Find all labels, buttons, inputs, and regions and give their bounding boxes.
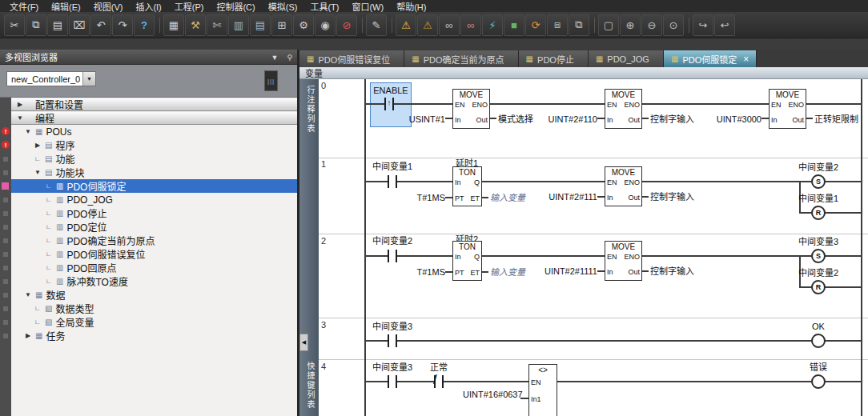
- menu-item[interactable]: 工具(T): [303, 0, 345, 13]
- tree-expander-icon[interactable]: ∟: [34, 318, 42, 326]
- block-input-value[interactable]: UINT#3000: [707, 114, 762, 124]
- block-output-label[interactable]: 正转矩限制: [814, 114, 858, 124]
- editor-tab[interactable]: ▦ PDO停止: [519, 50, 589, 67]
- contact[interactable]: [396, 375, 397, 388]
- block-input-value[interactable]: UINT#2#110: [543, 114, 597, 124]
- check-all-icon[interactable]: ⚠: [417, 14, 438, 36]
- tree-expander-icon[interactable]: ▼: [16, 114, 24, 122]
- contact[interactable]: [396, 250, 397, 262]
- output-coil[interactable]: [811, 334, 826, 348]
- move-block[interactable]: MOVE EN ENO In Out: [452, 89, 490, 129]
- block-output-label[interactable]: 控制字输入: [650, 114, 694, 124]
- block-output-label[interactable]: 控制字输入: [650, 192, 694, 202]
- dropdown-arrow-icon[interactable]: ▼: [82, 72, 95, 86]
- move-block[interactable]: MOVE EN ENO In Out: [769, 89, 806, 129]
- block-output-variable[interactable]: 输入变量: [490, 193, 525, 202]
- tree-expander-icon[interactable]: ▼: [34, 169, 42, 176]
- contact[interactable]: [396, 334, 397, 347]
- jump-forward-icon[interactable]: ↪: [693, 14, 713, 36]
- timer-block[interactable]: TON In Q PT ET: [452, 241, 482, 281]
- set-coil[interactable]: S: [811, 174, 826, 189]
- tree-section-programming[interactable]: ▼ 编程: [0, 111, 297, 125]
- window-menu-icon[interactable]: ▼: [271, 54, 278, 62]
- edit-mode-icon[interactable]: ✎: [366, 14, 387, 36]
- contact[interactable]: [388, 375, 389, 388]
- editor-tab[interactable]: ▦ PDO_JOG: [589, 50, 664, 67]
- move-block[interactable]: MOVE EN ENO In Out: [605, 241, 642, 281]
- move-block[interactable]: MOVE EN ENO In Out: [605, 166, 642, 206]
- cascade-layout-icon[interactable]: ⧉: [569, 14, 589, 36]
- editor-tab[interactable]: ▦ PDO伺服锁定 ×: [664, 50, 757, 67]
- tree-item-pdo-position[interactable]: ∟ ▥ PDO定位: [0, 220, 297, 234]
- tree-expander-icon[interactable]: ∟: [45, 196, 53, 203]
- editor-tab[interactable]: ▦ PDO确定当前为原点: [404, 50, 518, 67]
- compare-icon[interactable]: ∞: [460, 14, 481, 36]
- check-program-icon[interactable]: ⚠: [396, 14, 416, 36]
- tree-item-pdo-home[interactable]: ∟ ▥ PDO回原点: [0, 261, 297, 274]
- tree-item-pous[interactable]: ▼ ▦ POUs: [0, 125, 297, 138]
- contact[interactable]: [396, 175, 397, 188]
- search-icon[interactable]: ◉: [315, 14, 336, 36]
- menu-item[interactable]: 帮助(H): [390, 0, 432, 13]
- tree-item-tasks[interactable]: ▶ ▦ 任务: [0, 329, 297, 342]
- tab-close-icon[interactable]: ×: [743, 55, 749, 63]
- synchronize-icon[interactable]: ∞: [439, 14, 460, 36]
- tree-item-global-variables[interactable]: ∟ ▧ 全局变量: [0, 315, 297, 329]
- tree-item-data[interactable]: ▼ ▦ 数据: [0, 288, 297, 302]
- reset-coil[interactable]: R: [811, 280, 826, 294]
- menu-item[interactable]: 窗口(W): [345, 0, 390, 13]
- tree-expander-icon[interactable]: ∟: [45, 182, 53, 190]
- collapse-arrow-icon[interactable]: ◀: [299, 334, 308, 351]
- online-icon[interactable]: ⚡: [482, 14, 503, 36]
- zoom-out-icon[interactable]: ⊖: [641, 14, 662, 36]
- tree-item-data-types[interactable]: ∟ ▧ 数据类型: [0, 302, 297, 315]
- block-input-value[interactable]: UINT#2#111: [543, 192, 597, 202]
- redo-icon[interactable]: ↷: [112, 14, 133, 36]
- editor-tab[interactable]: ▦ PDO伺服错误复位: [299, 50, 404, 67]
- tree-item-pdo-set-origin[interactable]: ∟ ▥ PDO确定当前为原点: [0, 234, 297, 247]
- variables-bar[interactable]: 变量: [299, 67, 868, 79]
- controller-dropdown[interactable]: new_Controller_0 ▼: [6, 71, 96, 86]
- block-output-variable[interactable]: 输入变量: [490, 267, 525, 277]
- tree-item-pdo-error-reset[interactable]: ∟ ▥ PDO伺服错误复位: [0, 247, 297, 261]
- block-input-value[interactable]: USINT#1: [399, 114, 445, 124]
- block-input-value[interactable]: T#1MS: [399, 193, 445, 202]
- tree-item-programs[interactable]: ▶ ▤ 程序: [0, 138, 297, 152]
- tree-expander-icon[interactable]: ▶: [16, 101, 24, 108]
- menu-item[interactable]: 编辑(E): [45, 0, 87, 13]
- copy-icon[interactable]: ⧉: [26, 14, 46, 36]
- settings-icon[interactable]: ⚙: [293, 14, 314, 36]
- tree-expander-icon[interactable]: ▶: [24, 332, 32, 339]
- output-coil[interactable]: [811, 374, 826, 389]
- set-coil[interactable]: S: [811, 249, 826, 263]
- block-output-label[interactable]: 模式选择: [498, 114, 533, 124]
- rung-number[interactable]: 1: [321, 159, 326, 169]
- block-input-value[interactable]: T#1MS: [399, 267, 445, 277]
- tree-expander-icon[interactable]: ∟: [34, 305, 42, 312]
- tree-expander-icon[interactable]: ∟: [45, 223, 53, 230]
- paste-icon[interactable]: ▤: [47, 14, 68, 36]
- zoom-in-icon[interactable]: ⊕: [620, 14, 641, 36]
- block-input-value[interactable]: UINT#16#0637: [463, 390, 520, 399]
- timer-block[interactable]: TON In Q PT ET: [452, 166, 482, 206]
- contact[interactable]: [388, 250, 389, 262]
- run-mode-icon[interactable]: ■: [504, 14, 524, 36]
- menu-item[interactable]: 模拟(S): [262, 0, 304, 13]
- tree-expander-icon[interactable]: ∟: [45, 250, 53, 258]
- menu-item[interactable]: 插入(I): [129, 0, 167, 13]
- cut-icon[interactable]: ✂: [4, 14, 25, 36]
- tree-item-pulse-to-speed[interactable]: ∟ ▥ 脉冲数TO速度: [0, 274, 297, 288]
- undo-icon[interactable]: ↶: [90, 14, 111, 36]
- tree-expander-icon[interactable]: ∟: [45, 237, 53, 244]
- rung-number[interactable]: 4: [321, 362, 326, 371]
- pin-icon[interactable]: ⚲: [287, 54, 292, 62]
- negated-contact[interactable]: [442, 375, 444, 388]
- block-input-value[interactable]: UINT#2#1111: [543, 266, 597, 276]
- menu-item[interactable]: 工程(P): [168, 0, 211, 13]
- shortcut-key-list-tab[interactable]: 快捷键列表: [304, 362, 316, 410]
- tree-expander-icon[interactable]: ▼: [24, 128, 32, 135]
- contact[interactable]: [388, 175, 389, 188]
- menu-item[interactable]: 控制器(C): [210, 0, 261, 13]
- tree-section-configurations[interactable]: ▶ 配置和设置: [0, 98, 297, 111]
- rung-number[interactable]: 2: [321, 236, 326, 246]
